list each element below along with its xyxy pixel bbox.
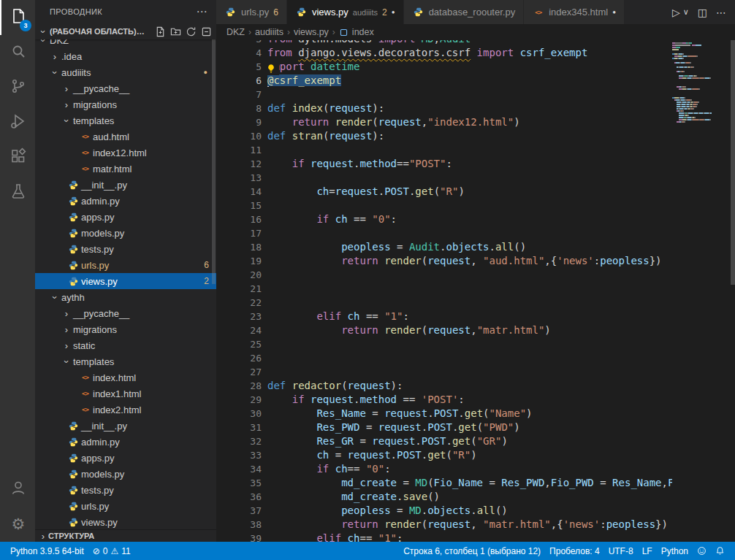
tree-item-templates[interactable]: ›templates bbox=[35, 112, 216, 129]
html-icon: <> bbox=[79, 165, 91, 172]
tree-item-index1.html[interactable]: <>index1.html bbox=[35, 386, 216, 402]
tree-item-aythh[interactable]: ›aythh bbox=[35, 289, 216, 305]
minimap-line bbox=[672, 110, 731, 112]
tree-item-static[interactable]: ›static bbox=[35, 337, 216, 353]
tree-item-index.html[interactable]: <>index.html bbox=[35, 369, 216, 386]
tree-item-aud.html[interactable]: <>aud.html bbox=[35, 129, 216, 145]
python-interpreter-status[interactable]: Python 3.9.5 64-bit bbox=[6, 546, 88, 556]
activity-settings-button[interactable]: ⚙ bbox=[0, 507, 35, 542]
editor-scrollbar[interactable] bbox=[731, 40, 735, 542]
breadcrumb-item-audiiits[interactable]: audiiits bbox=[255, 27, 283, 37]
tree-item-urls.py[interactable]: urls.py6 bbox=[35, 257, 216, 273]
notifications-bell-icon[interactable] bbox=[711, 546, 729, 556]
activity-search-button[interactable] bbox=[0, 35, 35, 70]
tree-item-views.py[interactable]: views.py bbox=[35, 514, 216, 530]
explorer-sidebar: ПРОВОДНИК ⋯ › (РАБОЧАЯ ОБЛАСТЬ) ... ›DKZ… bbox=[35, 0, 216, 542]
sidebar-more-actions[interactable]: ⋯ bbox=[197, 5, 207, 18]
tree-item-index2.html[interactable]: <>index2.html bbox=[35, 402, 216, 418]
tree-item-__pycache__[interactable]: ›__pycache__ bbox=[35, 80, 216, 96]
split-editor-button[interactable]: ◫ bbox=[698, 7, 707, 18]
tree-item-apps.py[interactable]: apps.py bbox=[35, 450, 216, 466]
chevron-down-icon: › bbox=[38, 26, 49, 37]
tree-item-index12.html[interactable]: <>index12.html bbox=[35, 145, 216, 161]
line-number: 29 bbox=[216, 393, 262, 407]
unsaved-dot-icon[interactable]: ● bbox=[612, 9, 616, 15]
activity-extensions-button[interactable] bbox=[0, 140, 35, 175]
run-dropdown-icon[interactable]: ∨ bbox=[683, 7, 689, 17]
tree-item-admin.py[interactable]: admin.py bbox=[35, 193, 216, 209]
run-button[interactable]: ▷ bbox=[672, 7, 680, 18]
breadcrumb-item-views-py[interactable]: views.py bbox=[294, 27, 329, 37]
encoding-status[interactable]: UTF-8 bbox=[604, 546, 638, 556]
tab-index345.html[interactable]: <>index345.html● bbox=[524, 0, 625, 24]
line-number: 19 bbox=[216, 254, 262, 268]
tree-item-models.py[interactable]: models.py bbox=[35, 225, 216, 241]
indentation-status[interactable]: Пробелов: 4 bbox=[545, 546, 604, 556]
tree-item-templates[interactable]: ›templates bbox=[35, 353, 216, 369]
tree-item-label: index2.html bbox=[93, 404, 141, 415]
problems-status[interactable]: ⊘ 0 ⚠ 11 bbox=[88, 546, 135, 556]
tab-views.py[interactable]: views.pyaudiiits2● bbox=[287, 0, 404, 24]
minimap-line bbox=[672, 93, 731, 94]
minimap-line bbox=[672, 88, 731, 90]
tree-item-migrations[interactable]: ›migrations bbox=[35, 96, 216, 112]
chevron-down-icon: › bbox=[50, 67, 61, 77]
sidebar-scrollbar[interactable] bbox=[212, 39, 216, 284]
code-lines: from aythh.models import MD,Auditfrom dj… bbox=[267, 40, 735, 542]
line-number: 34 bbox=[216, 462, 262, 476]
html-icon: <> bbox=[79, 149, 91, 156]
breadcrumb-item-index[interactable]: index bbox=[352, 27, 374, 37]
chevron-right-icon: › bbox=[38, 531, 48, 542]
tree-item-label: DKZ bbox=[50, 39, 69, 46]
tree-item-audiiits[interactable]: ›audiiits● bbox=[35, 64, 216, 80]
cursor-position-status[interactable]: Строка 6, столбец 1 (выбрано 12) bbox=[399, 546, 545, 556]
problems-count-badge: 6 bbox=[204, 260, 209, 270]
code-editor[interactable]: 3456789101112131415161718192021222324252… bbox=[216, 40, 735, 542]
collapse-all-icon[interactable] bbox=[201, 26, 212, 37]
tree-item-__init__.py[interactable]: __init__.py bbox=[35, 177, 216, 193]
tree-item-views.py[interactable]: views.py2 bbox=[35, 273, 216, 289]
scrollbar-thumb[interactable] bbox=[731, 40, 735, 285]
tree-item-DKZ[interactable]: ›DKZ bbox=[35, 39, 216, 48]
minimap[interactable] bbox=[672, 40, 731, 542]
refresh-icon[interactable] bbox=[186, 26, 197, 37]
chevron-down-icon: › bbox=[61, 356, 72, 367]
tree-item-migrations[interactable]: ›migrations bbox=[35, 321, 216, 337]
tree-item-tests.py[interactable]: tests.py bbox=[35, 482, 216, 498]
tree-item-admin.py[interactable]: admin.py bbox=[35, 434, 216, 450]
activity-run-and-debug-button[interactable] bbox=[0, 105, 35, 140]
workspace-section-header[interactable]: › (РАБОЧАЯ ОБЛАСТЬ) ... bbox=[35, 23, 216, 39]
tree-item-label: views.py bbox=[81, 517, 118, 528]
code-line: if ch == "0": bbox=[267, 212, 735, 226]
activity-account-button[interactable] bbox=[0, 472, 35, 507]
activity-source-control-button[interactable] bbox=[0, 70, 35, 105]
feedback-smiley-icon[interactable] bbox=[693, 546, 711, 556]
eol-status[interactable]: LF bbox=[638, 546, 657, 556]
lightbulb-icon[interactable] bbox=[266, 61, 279, 75]
code-line bbox=[267, 199, 735, 212]
breadcrumb-item-dkz[interactable]: DKZ bbox=[226, 27, 245, 37]
minimap-line bbox=[672, 91, 731, 92]
unsaved-dot-icon[interactable]: ● bbox=[392, 9, 395, 15]
language-mode-status[interactable]: Python bbox=[657, 546, 693, 556]
line-number: 16 bbox=[216, 212, 262, 226]
tab-urls.py[interactable]: urls.py6 bbox=[216, 0, 287, 24]
tab-database_roouter.py[interactable]: database_roouter.py bbox=[404, 0, 525, 24]
new-file-icon[interactable] bbox=[155, 26, 166, 37]
tree-item-__pycache__[interactable]: ›__pycache__ bbox=[35, 305, 216, 321]
new-folder-icon[interactable] bbox=[170, 26, 181, 37]
tree-item-urls.py[interactable]: urls.py bbox=[35, 498, 216, 514]
outline-section-header[interactable]: › СТРУКТУРА bbox=[35, 529, 216, 542]
tree-item-__init__.py[interactable]: __init__.py bbox=[35, 418, 216, 434]
line-number: 27 bbox=[216, 365, 262, 379]
tree-item-models.py[interactable]: models.py bbox=[35, 466, 216, 482]
tree-item-tests.py[interactable]: tests.py bbox=[35, 241, 216, 257]
tree-item-.idea[interactable]: ›.idea bbox=[35, 48, 216, 64]
activity-explorer-button[interactable]: 3 bbox=[0, 0, 35, 35]
tree-item-apps.py[interactable]: apps.py bbox=[35, 209, 216, 225]
line-number: 35 bbox=[216, 476, 262, 490]
warning-icon: ⚠ bbox=[110, 546, 118, 556]
tree-item-matr.html[interactable]: <>matr.html bbox=[35, 161, 216, 177]
activity-testing-button[interactable] bbox=[0, 175, 35, 210]
more-actions-button[interactable]: ⋯ bbox=[716, 7, 726, 18]
